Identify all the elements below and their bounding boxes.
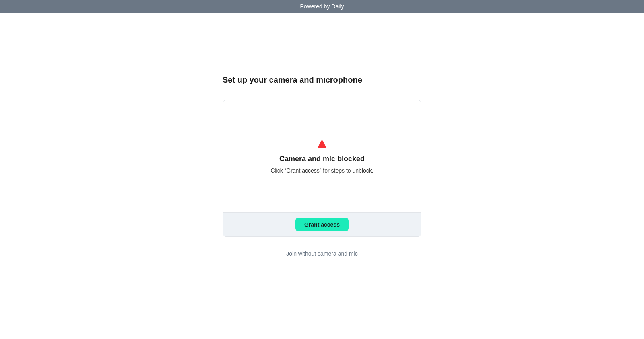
blocked-title: Camera and mic blocked: [279, 155, 365, 163]
page-title: Set up your camera and microphone: [223, 75, 421, 85]
warning-icon: [318, 139, 326, 149]
blocked-subtitle: Click “Grant access” for steps to unbloc…: [270, 167, 373, 174]
join-without-devices-link[interactable]: Join without camera and mic: [286, 250, 357, 257]
card-body: Camera and mic blocked Click “Grant acce…: [223, 100, 421, 212]
header-prefix: Powered by: [300, 3, 330, 10]
grant-access-button[interactable]: Grant access: [295, 218, 349, 231]
main-container: Set up your camera and microphone Camera…: [0, 13, 644, 257]
header-bar: Powered by Daily: [0, 0, 644, 13]
card-footer: Grant access: [223, 212, 421, 236]
header-brand-link[interactable]: Daily: [331, 3, 344, 10]
svg-rect-1: [322, 146, 322, 146]
setup-card: Camera and mic blocked Click “Grant acce…: [223, 100, 421, 237]
svg-rect-0: [322, 142, 322, 145]
